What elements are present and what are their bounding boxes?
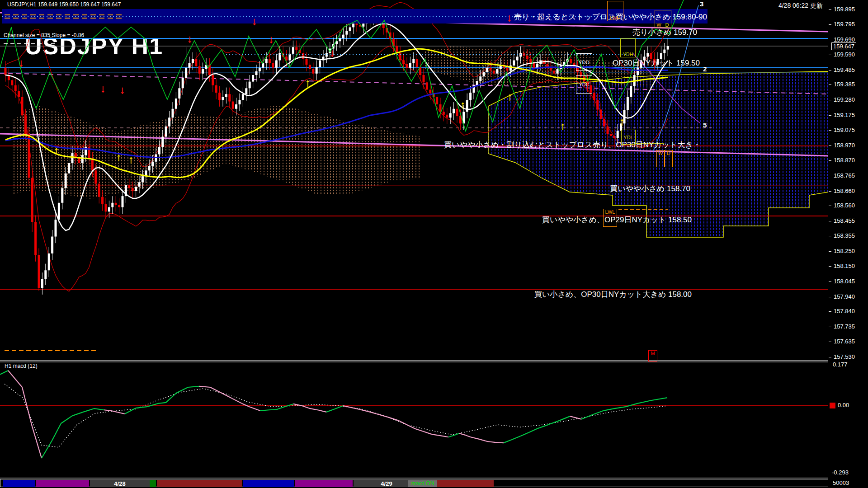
level-label-box-d: D [665,150,673,167]
candle-bull [469,93,472,100]
candle-bear [128,185,130,188]
candle-bull [172,109,174,118]
candle-bull [278,53,281,60]
level-label-box-d: D [663,10,671,28]
candle-bull [352,23,354,27]
price-tick-label: 157.840 [834,308,855,314]
price-tick-mark [829,342,831,342]
candle-bear [603,119,605,127]
macd-main-line [32,425,42,458]
level-label-box-w: W [656,150,665,167]
candle-bull [41,279,43,288]
candle-bear [309,65,311,69]
price-tick-label: 158.250 [834,248,855,254]
main-chart-canvas[interactable] [0,0,828,488]
price-tick-mark [829,327,831,327]
candle-bull [479,76,481,81]
macd-main-line [651,398,667,400]
macd-main-line [604,408,614,411]
macd-main-line [504,440,512,443]
price-tick-label: 157.530 [834,353,855,360]
trade-note-annotation: 買い小さめ、OP30日NYカット大きめ 158.00 [534,289,692,300]
candle-bull [85,147,87,155]
macd-main-line [104,410,111,411]
price-tick-label: 158.970 [834,142,855,149]
macd-toggle-button[interactable]: macd ON [408,480,437,487]
candle-bull [342,35,344,38]
macd-main-line [581,415,592,419]
wave-count-marker: 3 [700,0,703,8]
candle-bear [14,85,17,91]
sell-signal-arrow-icon: ↓ [100,83,106,94]
candle-bull [252,75,254,82]
trade-note-annotation: 売り小さめ 159.70 [632,27,697,38]
macd-main-line [548,421,559,425]
candle-bull [339,38,341,42]
candle-bull [362,23,364,27]
macd-main-line [94,408,104,410]
candle-bull [483,72,485,77]
candle-bull [202,69,204,74]
wave-count-marker: 2 [703,65,707,73]
price-tick-label: 159.075 [834,127,855,133]
price-tick-mark [829,70,831,70]
price-tick-label: 159.795 [834,21,855,28]
candle-bear [610,134,612,136]
candle-bull [225,94,227,97]
candle-bear [596,100,599,109]
macd-main-line [72,412,83,416]
ichimoku-cloud-salmonA [11,105,190,199]
macd-main-line [479,439,487,441]
candle-bear [356,23,358,25]
candle-bull [486,68,488,72]
candle-bear [506,68,509,71]
candle-bull [345,31,348,35]
session-segment [150,480,156,487]
candle-bull [44,270,47,279]
macd-zero-swatch [830,403,835,408]
candle-bull [412,59,415,63]
candle-bear [94,170,97,183]
candle-bear [272,63,274,68]
level-label-box-ydh: YDH [620,38,636,57]
macd-main-line [310,408,319,410]
candle-bull [453,109,455,113]
candle-bear [105,204,107,211]
candle-bull [349,27,351,31]
candle-bull [637,68,639,75]
candle-bear [195,59,197,66]
price-tick-mark [829,145,831,146]
candle-bear [198,66,201,74]
macd-main-line [61,416,72,423]
macd-main-line [277,407,285,409]
candle-bull [255,71,258,75]
price-tick-label: 157.735 [834,323,855,330]
macd-main-line [8,371,22,387]
candle-bear [423,75,425,82]
macd-main-line [0,371,8,375]
macd-main-line [415,429,424,432]
macd-main-line [125,408,136,414]
buy-signal-arrow-icon: ↑ [619,116,625,127]
candle-bear [98,184,100,197]
level-label-box-lwh: LWH [607,1,623,21]
macd-main-line [188,386,199,387]
channel-info-label: Channel size = 835 Slope = -0.86 [4,32,84,38]
price-tick-mark [829,176,831,176]
macd-main-line [559,416,570,421]
candle-bull [513,61,515,66]
candle-bear [232,102,234,109]
price-tick-label: 158.765 [834,172,855,179]
level-label-box-ydo: YDO [576,53,592,71]
candle-bull [249,82,251,89]
candle-bull [663,50,665,53]
price-tick-mark [829,9,831,10]
candle-bear [306,59,308,65]
wave-count-marker: 5 [703,121,707,129]
macd-main-line [368,412,377,414]
candle-bear [550,68,552,71]
price-tick-label: 158.355 [834,232,855,239]
candle-bull [630,86,632,97]
macd-main-line [260,410,269,411]
candle-bear [553,70,555,74]
